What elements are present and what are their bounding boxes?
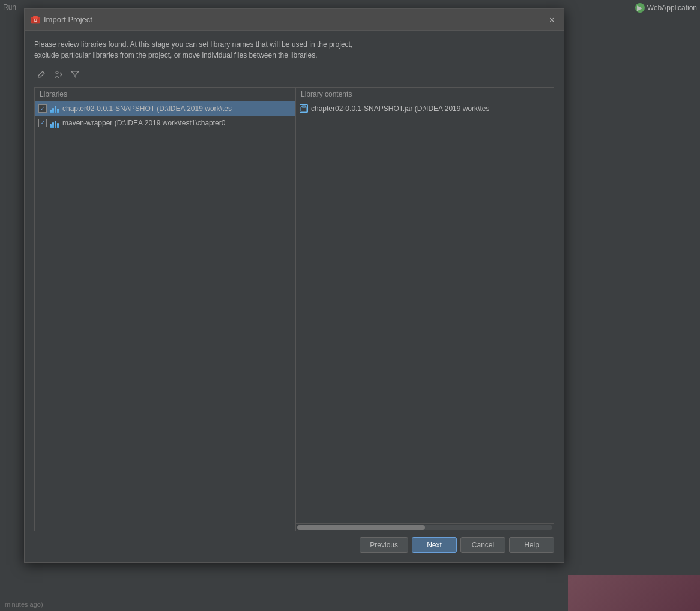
horizontal-scrollbar[interactable] (296, 523, 554, 531)
dialog-titlebar: IJ Import Project × (25, 9, 564, 31)
libraries-panel-header: Libraries (35, 88, 295, 101)
libraries-list: chapter02-0.0.1-SNAPSHOT (D:\IDEA 2019 w… (35, 101, 295, 531)
dialog-icon: IJ (31, 15, 40, 25)
dialog-title-area: IJ Import Project (31, 15, 92, 25)
content-item-name-1: chapter02-0.0.1-SNAPSHOT.jar (D:\IDEA 20… (311, 104, 489, 113)
webapp-label: WebApplication (647, 4, 697, 12)
import-project-dialog: IJ Import Project × Please review librar… (24, 8, 564, 563)
dialog-body: Please review libraries found. At this s… (25, 31, 564, 562)
library-checkbox-2[interactable] (38, 119, 47, 127)
help-button[interactable]: Help (509, 537, 554, 553)
library-contents-list: chapter02-0.0.1-SNAPSHOT.jar (D:\IDEA 20… (296, 101, 554, 523)
library-contents-header: Library contents (296, 88, 554, 101)
panels-area: Libraries chapter02-0.0.1-SNAPSHOT (D:\I… (34, 87, 554, 531)
jar-icon (300, 104, 308, 113)
description-line2: exclude particular libraries from the pr… (34, 51, 318, 59)
dialog-footer: Previous Next Cancel Help (34, 531, 554, 556)
library-checkbox-1[interactable] (38, 104, 47, 113)
run-text: Run (3, 3, 16, 11)
svg-text:IJ: IJ (34, 18, 37, 22)
description-line1: Please review libraries found. At this s… (34, 40, 352, 49)
ide-bottom-decoration (568, 575, 700, 611)
ide-run-label: Run (3, 3, 16, 11)
library-icon-1 (50, 104, 59, 113)
ide-toolbar-area: ▶ WebApplication (635, 3, 697, 13)
library-toolbar (34, 68, 554, 81)
dialog-close-button[interactable]: × (546, 14, 558, 26)
dialog-title-text: Import Project (44, 15, 92, 24)
webapp-icon: ▶ (635, 3, 645, 13)
next-button[interactable]: Next (412, 537, 457, 553)
edit-button[interactable] (34, 68, 49, 81)
library-name-2: maven-wrapper (D:\IDEA 2019 work\test1\c… (62, 119, 225, 127)
scrollbar-thumb (297, 525, 425, 530)
content-item-1[interactable]: chapter02-0.0.1-SNAPSHOT.jar (D:\IDEA 20… (296, 101, 554, 116)
svg-point-3 (56, 71, 58, 74)
move-button[interactable] (51, 68, 65, 81)
filter-button[interactable] (68, 68, 82, 81)
cancel-button[interactable]: Cancel (460, 537, 505, 553)
dialog-description: Please review libraries found. At this s… (34, 39, 554, 61)
library-item-1[interactable]: chapter02-0.0.1-SNAPSHOT (D:\IDEA 2019 w… (35, 101, 295, 116)
library-contents-panel: Library contents chapter02-0.0.1-SNAPSHO… (296, 88, 554, 531)
scrollbar-track (297, 525, 552, 530)
ide-bottom-text: minutes ago) (5, 601, 43, 608)
library-name-1: chapter02-0.0.1-SNAPSHOT (D:\IDEA 2019 w… (62, 104, 232, 113)
library-icon-2 (50, 118, 59, 128)
previous-button[interactable]: Previous (360, 537, 408, 553)
libraries-panel: Libraries chapter02-0.0.1-SNAPSHOT (D:\I… (35, 88, 296, 531)
library-item-2[interactable]: maven-wrapper (D:\IDEA 2019 work\test1\c… (35, 116, 295, 130)
